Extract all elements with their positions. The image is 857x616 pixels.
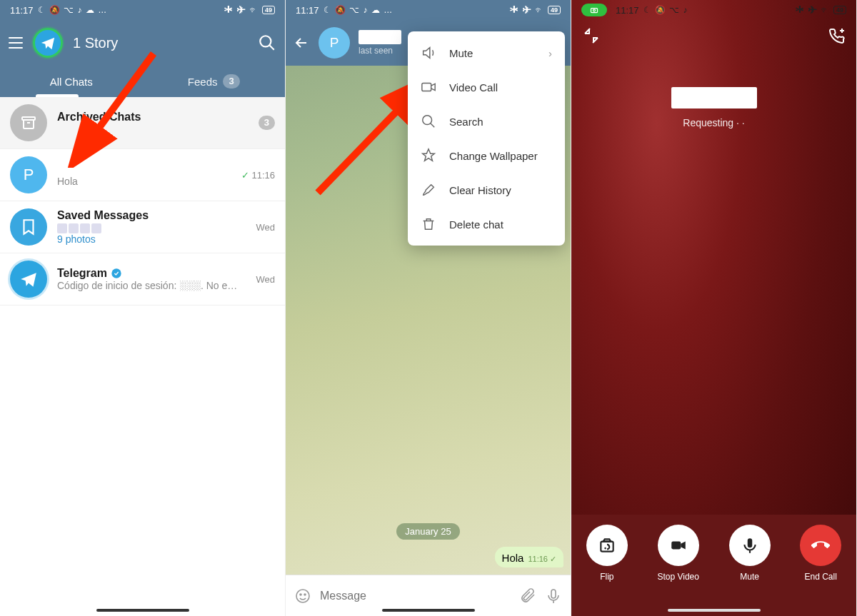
chat-row[interactable]: P Hola ✓ 11:16 [0,149,285,201]
callee-name-redacted [671,87,757,108]
svg-rect-5 [422,84,431,91]
svg-point-8 [296,590,309,602]
attach-icon[interactable] [519,587,536,605]
screen-chat-conversation: 11:17 ☾ 🔕 ⌥ ♪ ☁ … ✱ ✈ ᯤ 49 P last seen M… [286,0,571,616]
archived-count-badge: 3 [259,116,275,130]
mic-icon [741,536,759,555]
story-avatar[interactable] [33,28,63,58]
archive-icon [10,104,47,141]
page-title: 1 Story [73,35,248,51]
status-bar: 11:17 ☾ 🔕 ⌥ ♪ ☁ … ✱ ✈ ᯤ 49 [0,0,285,20]
svg-rect-2 [22,117,35,120]
status-battery: 49 [833,6,846,14]
status-time: 11:17 [10,5,34,16]
svg-line-1 [269,45,274,50]
chat-name: Telegram [57,267,246,280]
tabs-bar: All Chats Feeds 3 [0,66,285,97]
svg-line-7 [431,123,435,128]
call-status-text: Requesting · · [571,117,856,128]
screen-video-call: 11:17 ☾ 🔕 ⌥ ♪ ✱ ✈ ᯤ 49 Requesting · · Fl… [571,0,857,616]
archived-chats-row[interactable]: Archived Chats 3 [0,97,285,149]
svg-rect-16 [671,542,681,550]
status-left-icons: ☾ 🔕 ⌥ ♪ ☁ … [324,5,394,15]
svg-point-9 [300,594,301,595]
call-status-area: Requesting · · [571,87,856,128]
flip-camera-icon [598,536,616,555]
minimize-icon[interactable] [583,27,600,44]
message-input[interactable] [320,590,511,602]
chevron-right-icon: › [548,47,552,59]
menu-item-video-call[interactable]: Video Call [408,70,565,104]
message-text: Hola [502,552,524,564]
svg-point-6 [423,116,432,125]
svg-point-3 [111,268,121,278]
chat-name [57,163,231,176]
call-controls: Flip Stop Video Mute End Call [571,515,856,616]
menu-icon[interactable] [9,37,23,49]
chat-name: Saved Messages [57,209,246,222]
search-icon [421,113,436,129]
nav-handle[interactable] [96,609,189,612]
chat-preview: Hola [57,176,231,187]
search-icon[interactable] [258,34,276,52]
emoji-icon[interactable] [294,587,311,605]
svg-rect-15 [601,542,613,552]
status-right-icons: ✱ ✈ ᯤ [796,5,830,15]
screen-chat-list: 11:17 ☾ 🔕 ⌥ ♪ ☁ … ✱ ✈ ᯤ 49 1 Story All C… [0,0,286,616]
status-battery: 49 [548,6,561,14]
chat-row[interactable]: Telegram Código de inicio de sesión: ░░░… [0,253,285,306]
telegram-avatar-icon [10,261,47,298]
mute-button[interactable]: Mute [729,525,771,582]
camera-pill-icon [581,4,607,16]
status-time: 11:17 [296,5,319,16]
pin-icon [421,148,436,163]
contact-avatar[interactable]: P [319,27,350,59]
video-icon [669,536,688,555]
nav-handle[interactable] [668,609,761,612]
brush-icon [421,182,436,198]
outgoing-message[interactable]: Hola 11:16 ✓ [495,547,563,567]
menu-item-clear-history[interactable]: Clear History [408,173,565,207]
svg-point-10 [304,594,306,595]
menu-item-wallpaper[interactable]: Change Wallpaper [408,138,565,173]
context-menu: Mute › Video Call Search Change Wallpape… [408,31,565,246]
speaker-icon [421,45,436,61]
svg-point-0 [260,36,271,46]
status-bar: 11:17 ☾ 🔕 ⌥ ♪ ☁ … ✱ ✈ ᯤ 49 [286,0,571,20]
chat-time: Wed [256,222,276,233]
mic-icon[interactable] [545,587,562,605]
status-right-icons: ✱ ✈ ᯤ [224,5,259,15]
status-left-icons: ☾ 🔕 ⌥ ♪ [643,5,688,15]
svg-rect-17 [747,538,752,547]
nav-handle[interactable] [382,609,475,612]
verified-icon [111,268,122,279]
status-battery: 49 [262,6,275,14]
telegram-plane-icon [40,35,56,51]
back-icon[interactable] [293,34,310,51]
chat-time: ✓ 11:16 [241,170,275,181]
end-call-button[interactable]: End Call [800,525,841,582]
svg-point-14 [593,9,596,11]
contact-name-redacted [359,30,401,44]
menu-item-mute[interactable]: Mute › [408,36,565,70]
saved-messages-icon [10,208,47,246]
status-right-icons: ✱ ✈ ᯤ [510,5,544,15]
trash-icon [421,216,436,232]
tab-all-chats[interactable]: All Chats [0,66,143,97]
status-left-icons: ☾ 🔕 ⌥ ♪ ☁ … [38,5,108,15]
add-call-icon[interactable] [828,27,845,44]
chat-row[interactable]: Saved Messages 9 photos Wed [0,201,285,253]
svg-rect-11 [551,590,556,598]
chat-avatar: P [10,156,47,193]
menu-item-search[interactable]: Search [408,104,565,138]
flip-camera-button[interactable]: Flip [586,525,628,582]
feeds-count-badge: 3 [223,74,239,89]
status-time: 11:17 [616,5,639,16]
phone-hangup-icon [811,536,830,555]
chat-time: Wed [256,274,276,285]
menu-item-delete-chat[interactable]: Delete chat [408,207,565,241]
date-separator: January 25 [396,523,459,540]
chat-preview: Código de inicio de sesión: ░░░. No e… [57,280,246,291]
stop-video-button[interactable]: Stop Video [657,525,699,582]
tab-feeds[interactable]: Feeds 3 [143,66,286,97]
